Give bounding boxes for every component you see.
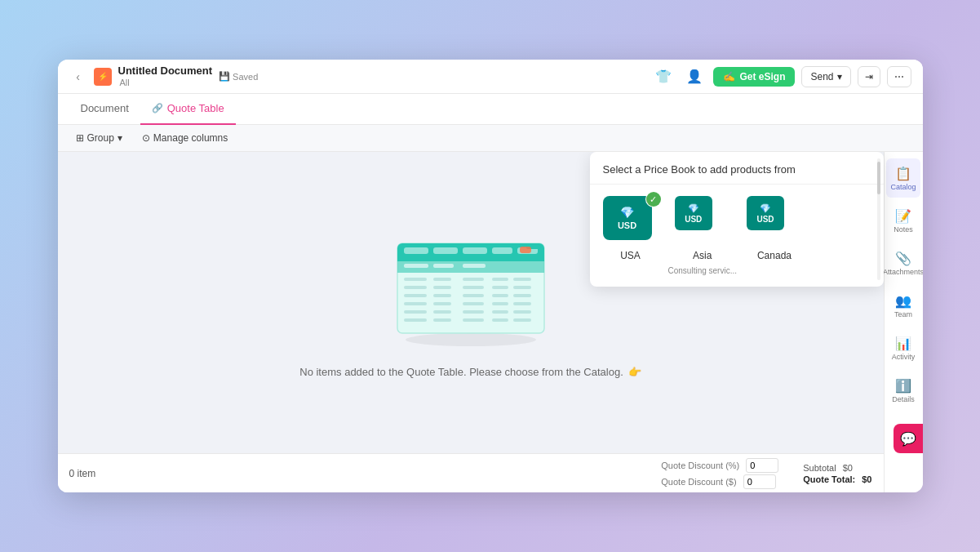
team-label: Team bbox=[894, 310, 912, 318]
group-button[interactable]: ⊞ Group ▾ bbox=[69, 130, 129, 146]
svg-rect-20 bbox=[463, 286, 484, 289]
quote-discount-dollar-input[interactable] bbox=[743, 474, 776, 489]
group-chevron-icon: ▾ bbox=[118, 132, 122, 144]
quote-discount-percent-input[interactable] bbox=[746, 458, 778, 473]
scroll-thumb[interactable] bbox=[877, 162, 880, 194]
svg-rect-28 bbox=[404, 302, 427, 305]
group-icon: ⊞ bbox=[76, 132, 84, 144]
svg-rect-18 bbox=[404, 286, 427, 289]
svg-rect-42 bbox=[513, 318, 531, 322]
asia-subtitle: Consulting servic... bbox=[668, 266, 737, 275]
tab-quote-table[interactable]: 🔗 Quote Table bbox=[140, 94, 236, 125]
team-icon: 👥 bbox=[895, 293, 911, 309]
chat-fab-button[interactable]: 💬 bbox=[894, 424, 923, 453]
svg-rect-16 bbox=[492, 278, 508, 281]
price-book-popup: Select a Price Book to add products from… bbox=[590, 152, 884, 287]
toolbar: ⊞ Group ▾ ⊙ Manage columns bbox=[58, 125, 923, 152]
quote-discount-percent-label: Quote Discount (%) bbox=[661, 461, 739, 470]
document-title: Untitled Document bbox=[118, 65, 213, 78]
svg-rect-7 bbox=[492, 247, 512, 254]
svg-rect-41 bbox=[492, 318, 508, 322]
svg-rect-27 bbox=[513, 294, 531, 297]
svg-rect-25 bbox=[463, 294, 484, 297]
tab-quote-table-icon: 🔗 bbox=[152, 103, 163, 114]
usa-diamond-icon: 💎 bbox=[620, 206, 634, 219]
send-chevron-icon: ▾ bbox=[837, 71, 842, 82]
tab-document-label: Document bbox=[81, 102, 129, 114]
svg-rect-22 bbox=[513, 286, 531, 289]
svg-rect-10 bbox=[404, 264, 428, 268]
asia-currency-label: USD bbox=[685, 215, 702, 224]
sidebar-item-team[interactable]: 👥 Team bbox=[886, 286, 920, 325]
app-icon: ⚡ bbox=[94, 68, 112, 86]
share-button[interactable]: ⇥ bbox=[858, 66, 880, 87]
svg-rect-11 bbox=[433, 264, 454, 268]
subtotal-value: $0 bbox=[843, 463, 853, 473]
back-button[interactable]: ‹ bbox=[69, 68, 87, 86]
activity-icon: 📊 bbox=[895, 336, 911, 351]
sidebar-item-catalog[interactable]: 📋 Catalog bbox=[886, 158, 920, 198]
svg-rect-14 bbox=[433, 278, 451, 281]
price-book-usa-icon-wrap: 💎 USD ✓ bbox=[603, 196, 659, 245]
details-label: Details bbox=[892, 395, 915, 403]
price-book-usa[interactable]: 💎 USD ✓ USA bbox=[603, 196, 659, 275]
svg-rect-31 bbox=[492, 302, 508, 305]
usa-name: USA bbox=[620, 250, 641, 261]
sidebar-item-notes[interactable]: 📝 Notes bbox=[886, 201, 920, 240]
top-bar: ‹ ⚡ Untitled Document All 💾 Saved 👕 👤 ✍️… bbox=[58, 60, 923, 94]
svg-rect-37 bbox=[513, 310, 531, 314]
activity-label: Activity bbox=[892, 353, 916, 361]
svg-rect-32 bbox=[513, 302, 531, 305]
svg-rect-24 bbox=[433, 294, 451, 297]
main-content: No items added to the Quote Table. Pleas… bbox=[58, 152, 923, 492]
get-esign-button[interactable]: ✍️ Get eSign bbox=[713, 67, 795, 87]
details-icon: ℹ️ bbox=[895, 378, 911, 394]
manage-columns-button[interactable]: ⊙ Manage columns bbox=[135, 130, 234, 146]
tab-document[interactable]: Document bbox=[69, 94, 140, 125]
price-book-usa-icon: 💎 USD bbox=[603, 196, 652, 240]
attachments-label: Attachments bbox=[883, 268, 923, 276]
svg-rect-26 bbox=[492, 294, 508, 297]
quote-total-label: Quote Total: bbox=[803, 474, 855, 484]
saved-badge: 💾 Saved bbox=[219, 71, 258, 82]
subtotal-label: Subtotal bbox=[803, 463, 836, 473]
sidebar-item-attachments[interactable]: 📎 Attachments bbox=[886, 243, 920, 283]
empty-message: No items added to the Quote Table. Pleas… bbox=[299, 366, 641, 378]
send-button[interactable]: Send ▾ bbox=[801, 66, 850, 87]
svg-rect-13 bbox=[404, 278, 427, 281]
top-bar-right: 👕 👤 ✍️ Get eSign Send ▾ ⇥ ⋯ bbox=[651, 65, 911, 89]
asia-diamond-icon: 💎 bbox=[688, 203, 699, 214]
svg-rect-38 bbox=[404, 318, 427, 322]
footer-discount-percent-row: Quote Discount (%) bbox=[661, 458, 778, 473]
canada-currency-label: USD bbox=[756, 215, 774, 224]
price-book-canada[interactable]: 💎 USD Canada bbox=[747, 196, 802, 275]
get-esign-icon: ✍️ bbox=[723, 71, 735, 82]
asia-name: Asia bbox=[693, 250, 712, 261]
more-button[interactable]: ⋯ bbox=[887, 66, 911, 87]
footer-items-count: 0 item bbox=[69, 468, 135, 479]
shirt-icon[interactable]: 👕 bbox=[651, 65, 676, 89]
footer-total-row: Quote Total: $0 bbox=[803, 474, 871, 484]
svg-rect-35 bbox=[463, 310, 484, 314]
popup-scrollbar bbox=[877, 152, 880, 287]
columns-icon: ⊙ bbox=[142, 132, 150, 144]
chat-icon: 💬 bbox=[900, 431, 916, 447]
svg-rect-17 bbox=[513, 278, 531, 281]
quote-discount-dollar-label: Quote Discount ($) bbox=[661, 477, 736, 487]
footer-discounts: Quote Discount (%) Quote Discount ($) bbox=[661, 458, 778, 489]
svg-rect-34 bbox=[433, 310, 451, 314]
quote-total-value: $0 bbox=[862, 474, 871, 484]
price-book-asia[interactable]: 💎 USD Asia Consulting servic... bbox=[668, 196, 737, 275]
svg-rect-36 bbox=[492, 310, 508, 314]
all-link[interactable]: All bbox=[120, 78, 213, 88]
catalog-icon: 📋 bbox=[895, 166, 911, 181]
svg-rect-33 bbox=[404, 310, 427, 314]
svg-rect-39 bbox=[433, 318, 451, 322]
usa-check-icon: ✓ bbox=[646, 192, 661, 207]
footer-subtotal-row: Subtotal $0 bbox=[803, 463, 871, 473]
sidebar-item-details[interactable]: ℹ️ Details bbox=[886, 371, 920, 410]
canada-diamond-icon: 💎 bbox=[760, 203, 771, 214]
user-icon[interactable]: 👤 bbox=[682, 65, 707, 89]
sidebar-item-activity[interactable]: 📊 Activity bbox=[886, 328, 920, 367]
svg-rect-12 bbox=[463, 264, 486, 268]
